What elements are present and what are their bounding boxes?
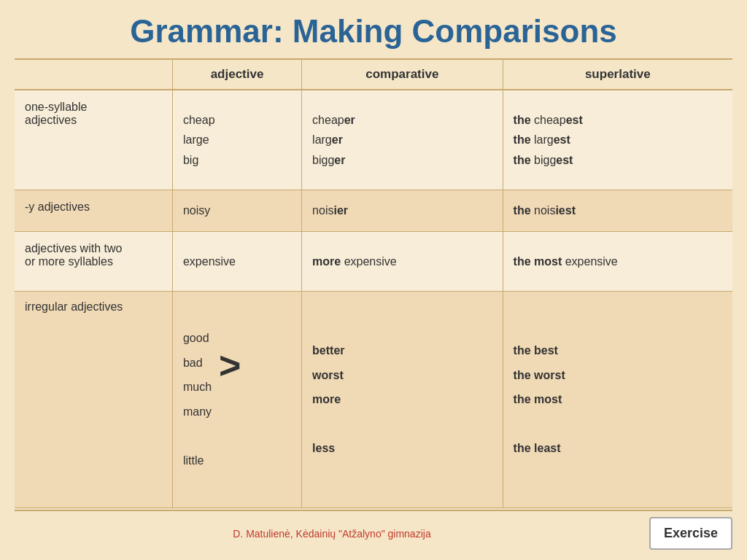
comparative-y: noisier [302,190,503,232]
category-y-adjectives: -y adjectives [15,190,172,232]
table-row: -y adjectives noisy noisier the noisiest [15,190,732,232]
superlative-irregular: the best the worst the most the least [503,291,732,508]
page-title: Grammar: Making Comparisons [15,0,732,58]
superlative-y: the noisiest [503,190,732,232]
category-one-syllable: one-syllableadjectives [15,90,172,190]
comparative-irregular: better worst more less [302,291,503,508]
exercise-button[interactable]: Exercise [649,517,732,550]
footer-credit: D. Matulienė, Kėdainių "Atžalyno" gimnaz… [233,528,430,540]
category-irregular: irregular adjectives [15,291,172,508]
header-col-superlative: superlative [503,60,732,90]
adjective-multisyllable: expensive [172,232,301,291]
header-col-category [15,60,172,90]
header-col-comparative: comparative [302,60,503,90]
category-multisyllable: adjectives with twoor more syllables [15,232,172,291]
table-header-row: adjective comparative superlative [15,60,732,90]
table-row: adjectives with twoor more syllables exp… [15,232,732,291]
page: Grammar: Making Comparisons adjective co… [0,0,747,560]
adjective-one-syllable: cheaplargebig [172,90,301,190]
table-row: irregular adjectives goodbadmuchmanylitt… [15,291,732,508]
superlative-multisyllable: the most expensive [503,232,732,291]
adjective-irregular: goodbadmuchmanylittle > [172,291,301,508]
comparative-one-syllable: cheaper larger bigger [302,90,503,190]
grammar-table: adjective comparative superlative one-sy… [15,60,732,508]
superlative-one-syllable: the cheapest the largest the biggest [503,90,732,190]
header-col-adjective: adjective [172,60,301,90]
table-row: one-syllableadjectives cheaplargebig che… [15,90,732,190]
comparative-multisyllable: more expensive [302,232,503,291]
adjective-y: noisy [172,190,301,232]
footer: D. Matulienė, Kėdainių "Atžalyno" gimnaz… [15,510,732,553]
